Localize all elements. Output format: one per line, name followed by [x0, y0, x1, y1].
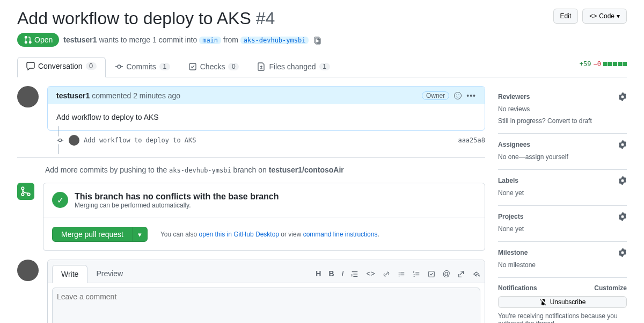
base-branch[interactable]: main [199, 37, 221, 44]
push-hint: Add more commits by pushing to the aks-d… [45, 166, 485, 174]
pr-number: #4 [256, 9, 275, 28]
gear-icon[interactable] [618, 248, 627, 257]
convert-draft-link[interactable]: Still in progress? Convert to draft [498, 117, 592, 125]
svg-point-6 [399, 272, 400, 273]
reply-icon[interactable] [473, 269, 480, 278]
gear-icon[interactable] [618, 140, 627, 149]
avatar[interactable] [17, 260, 39, 281]
assign-yourself-link[interactable]: assign yourself [525, 153, 568, 161]
heading-icon[interactable]: H [316, 269, 321, 278]
merge-box: ✓ This branch has no conflicts with the … [43, 183, 485, 251]
commit-icon [115, 62, 123, 71]
owner-badge: Owner [422, 91, 449, 100]
check-icon: ✓ [52, 192, 68, 208]
merge-button[interactable]: Merge pull request [52, 227, 133, 242]
reference-icon[interactable] [458, 269, 465, 278]
svg-point-3 [456, 95, 457, 96]
svg-point-7 [399, 274, 400, 275]
svg-point-5 [58, 139, 61, 142]
tab-files[interactable]: Files changed1 [248, 57, 339, 77]
checks-icon [188, 62, 197, 71]
merge-status-title: This branch has no conflicts with the ba… [75, 192, 279, 202]
svg-point-4 [458, 95, 459, 96]
state-badge: Open [17, 33, 59, 47]
milestone-heading[interactable]: Milestone [498, 248, 627, 257]
notifications-heading: NotificationsCustomize [498, 284, 627, 292]
tab-checks[interactable]: Checks0 [179, 57, 248, 77]
commit-marker-icon [56, 136, 64, 145]
customize-link[interactable]: Customize [594, 284, 627, 292]
comment-icon [26, 62, 35, 70]
write-tab[interactable]: Write [52, 265, 87, 283]
commit-sha[interactable]: aaa25a8 [458, 137, 485, 144]
mention-icon[interactable]: @ [443, 269, 450, 278]
head-branch[interactable]: aks-devhub-ymsbi [240, 37, 309, 44]
svg-point-0 [118, 65, 121, 68]
emoji-icon[interactable] [453, 91, 462, 100]
kebab-icon[interactable]: ••• [466, 91, 476, 100]
bold-icon[interactable]: B [328, 269, 334, 278]
tab-conversation[interactable]: Conversation0 [17, 57, 106, 77]
gear-icon[interactable] [618, 92, 627, 101]
projects-heading[interactable]: Projects [498, 212, 627, 221]
gear-icon[interactable] [618, 212, 627, 221]
copy-icon[interactable] [313, 35, 321, 44]
svg-point-2 [455, 92, 462, 99]
comment-box: testuser1 commented 2 minutes ago Owner … [47, 86, 485, 131]
file-diff-icon [257, 62, 266, 71]
merge-dropdown[interactable]: ▾ [133, 227, 148, 242]
code-icon: <> [589, 11, 597, 21]
svg-rect-1 [189, 63, 196, 70]
diffstat[interactable]: +59 −0 [580, 60, 627, 73]
pull-request-icon [24, 35, 32, 44]
avatar[interactable] [17, 86, 39, 107]
quote-icon[interactable] [351, 269, 358, 278]
tasklist-icon[interactable] [428, 269, 435, 278]
cli-instructions-link[interactable]: command line instructions [303, 231, 378, 238]
labels-heading[interactable]: Labels [498, 176, 627, 185]
comment-body: Add workflow to deploy to AKS [48, 104, 485, 130]
comment-author[interactable]: testuser1 [56, 91, 90, 100]
tab-commits[interactable]: Commits1 [106, 57, 179, 77]
merge-badge-icon [17, 183, 34, 200]
list-ordered-icon[interactable] [413, 269, 420, 278]
svg-point-8 [399, 276, 400, 277]
unsubscribe-button[interactable]: Unsubscribe [498, 296, 627, 308]
list-unordered-icon[interactable] [398, 269, 405, 278]
code-button[interactable]: <> Code ▾ [582, 9, 627, 24]
commit-message[interactable]: Add workflow to deploy to AKS [84, 137, 196, 144]
preview-tab[interactable]: Preview [87, 265, 131, 283]
bell-slash-icon [539, 298, 547, 306]
open-desktop-link[interactable]: open this in GitHub Desktop [199, 231, 279, 238]
comment-textarea[interactable] [52, 288, 480, 323]
merge-status-sub: Merging can be performed automatically. [75, 202, 279, 209]
code-icon[interactable]: <> [366, 269, 375, 278]
gear-icon[interactable] [618, 176, 627, 185]
pr-title: Add workflow to deploy to AKS #4 [17, 9, 275, 28]
assignees-heading[interactable]: Assignees [498, 140, 627, 149]
pr-author[interactable]: testuser1 [63, 35, 97, 44]
commit-avatar[interactable] [69, 135, 79, 146]
svg-rect-9 [429, 271, 435, 277]
caret-down-icon: ▾ [617, 11, 620, 21]
commit-row[interactable]: Add workflow to deploy to AKS aaa25a8 [17, 131, 485, 150]
italic-icon[interactable]: I [342, 269, 344, 278]
reviewers-heading[interactable]: Reviewers [498, 92, 627, 101]
link-icon[interactable] [383, 269, 390, 278]
edit-button[interactable]: Edit [553, 9, 579, 24]
